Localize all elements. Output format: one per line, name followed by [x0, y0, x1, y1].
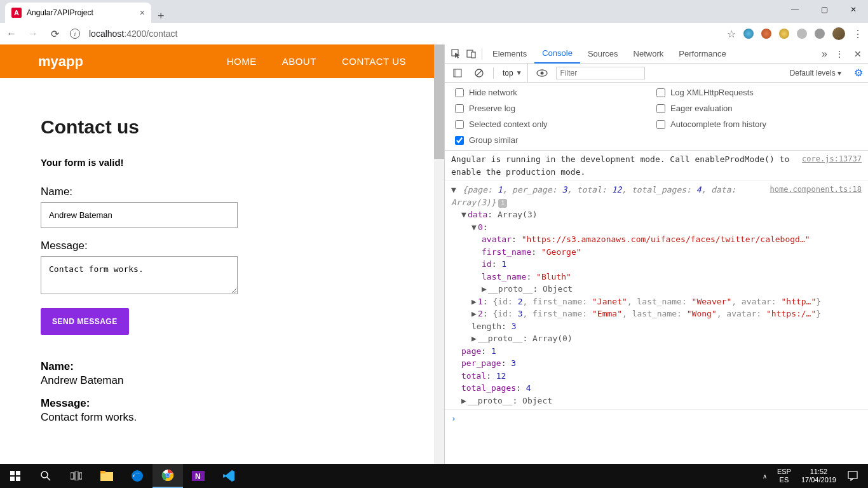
reload-button[interactable]: ⟳: [48, 27, 61, 40]
site-info-icon[interactable]: i: [70, 29, 80, 39]
extension-icon[interactable]: [815, 29, 825, 39]
task-view-icon[interactable]: [61, 464, 92, 488]
extension-icon[interactable]: [761, 29, 771, 39]
window-controls: — ▢ ✕: [780, 0, 868, 19]
window-minimize[interactable]: —: [780, 0, 810, 19]
filter-input[interactable]: [556, 67, 645, 79]
device-icon[interactable]: [464, 46, 479, 62]
url-path: :4200/contact: [124, 29, 177, 39]
expand-arrow-icon[interactable]: ▼: [461, 208, 468, 221]
console-message: core.js:13737 Angular is running in the …: [445, 151, 868, 181]
new-tab-button[interactable]: +: [151, 10, 171, 23]
form-valid-msg: Your form is valid!: [41, 157, 403, 168]
browser-chrome: A Angular7APIProject × + ← → ⟳ i localho…: [0, 0, 868, 44]
svg-rect-19: [100, 471, 105, 473]
window-close[interactable]: ✕: [839, 0, 868, 19]
tab-sources[interactable]: Sources: [580, 44, 626, 64]
edge-icon[interactable]: [122, 464, 153, 488]
check-log-xhr[interactable]: Log XMLHttpRequests: [656, 88, 858, 97]
forward-button[interactable]: →: [27, 27, 39, 40]
extension-icon[interactable]: [743, 29, 754, 39]
message-textarea[interactable]: Contact form works.: [41, 256, 238, 294]
svg-text:N: N: [195, 472, 201, 481]
browser-tab[interactable]: A Angular7APIProject ×: [5, 3, 151, 23]
expand-arrow-icon[interactable]: ▼: [471, 221, 478, 234]
context-selector[interactable]: top ▼: [503, 64, 528, 82]
send-button[interactable]: SEND MESSAGE: [41, 308, 129, 335]
file-explorer-icon[interactable]: [92, 464, 122, 488]
nav-about[interactable]: ABOUT: [282, 56, 316, 67]
chevron-down-icon: ▼: [516, 69, 522, 76]
inspect-icon[interactable]: [449, 46, 464, 62]
tray-expand-icon[interactable]: ∧: [757, 473, 772, 480]
divider: [493, 67, 494, 79]
page-scrollbar[interactable]: [434, 44, 444, 464]
tab-elements[interactable]: Elements: [485, 44, 534, 64]
settings-gear-icon[interactable]: ⚙: [854, 67, 863, 79]
svg-point-8: [540, 71, 543, 74]
window-maximize[interactable]: ▢: [810, 0, 839, 19]
form-group-message: Message: Contact form works.: [41, 240, 403, 297]
check-eager-eval[interactable]: Eager evaluation: [656, 104, 858, 113]
search-icon[interactable]: [31, 464, 61, 488]
content-area: myapp HOME ABOUT CONTACT US Contact us Y…: [0, 44, 868, 464]
expand-arrow-icon[interactable]: ▼: [451, 184, 458, 196]
more-tabs-icon[interactable]: »: [822, 48, 827, 60]
expand-arrow-icon[interactable]: ▶: [482, 283, 488, 295]
chrome-menu-icon[interactable]: ⋮: [853, 28, 863, 40]
check-hide-network[interactable]: Hide network: [455, 88, 656, 97]
console-prompt[interactable]: ›: [445, 410, 868, 428]
check-selected-ctx[interactable]: Selected context only: [455, 119, 656, 129]
nav-contact[interactable]: CONTACT US: [342, 56, 406, 67]
svg-rect-11: [10, 477, 15, 481]
start-button[interactable]: [0, 464, 31, 488]
expand-arrow-icon[interactable]: ▶: [471, 308, 478, 320]
live-expression-icon[interactable]: [534, 65, 550, 81]
nav-home[interactable]: HOME: [227, 56, 257, 67]
message-text: Angular is running in the development mo…: [451, 154, 789, 177]
console-output[interactable]: core.js:13737 Angular is running in the …: [445, 151, 868, 464]
name-label: Name:: [41, 186, 403, 198]
scrollbar-thumb[interactable]: [434, 44, 444, 159]
devtools-menu-icon[interactable]: ⋮: [831, 49, 848, 59]
url-field[interactable]: localhost:4200/contact: [89, 29, 177, 39]
expand-arrow-icon[interactable]: ▶: [471, 332, 478, 345]
profile-avatar[interactable]: [832, 27, 845, 40]
onenote-icon[interactable]: N: [183, 464, 214, 488]
log-levels-selector[interactable]: Default levels ▾: [790, 69, 841, 78]
console-message: home.component.ts:18 ▼ {page: 1, per_pag…: [445, 181, 868, 410]
app-logo[interactable]: myapp: [38, 53, 83, 70]
page-heading: Contact us: [41, 116, 403, 138]
check-preserve-log[interactable]: Preserve log: [455, 104, 656, 113]
svg-line-6: [477, 71, 482, 76]
console-sidebar-icon[interactable]: [450, 65, 465, 81]
bookmark-icon[interactable]: ☆: [727, 28, 736, 40]
svg-rect-9: [10, 471, 15, 475]
notifications-icon[interactable]: [841, 464, 864, 488]
result-msg-value: Contact form works.: [41, 411, 403, 424]
back-button[interactable]: ←: [5, 27, 18, 40]
svg-rect-12: [16, 477, 20, 481]
tab-performance[interactable]: Performance: [671, 44, 733, 64]
check-group-similar[interactable]: Group similar: [455, 135, 656, 145]
source-link[interactable]: core.js:13737: [802, 153, 862, 165]
tab-network[interactable]: Network: [626, 44, 672, 64]
name-input[interactable]: [41, 202, 238, 228]
clock[interactable]: 11:52 17/04/2019: [796, 468, 841, 484]
source-link[interactable]: home.component.ts:18: [770, 184, 862, 195]
extension-icon[interactable]: [779, 29, 789, 39]
language-indicator[interactable]: ESP ES: [772, 468, 796, 484]
info-badge-icon[interactable]: i: [498, 199, 507, 208]
angular-icon: A: [11, 8, 22, 18]
expand-arrow-icon[interactable]: ▶: [461, 395, 468, 407]
context-value: top: [503, 69, 513, 78]
expand-arrow-icon[interactable]: ▶: [471, 295, 478, 308]
check-autocomplete[interactable]: Autocomplete from history: [656, 119, 858, 129]
chrome-icon[interactable]: [153, 464, 183, 488]
tab-close-icon[interactable]: ×: [140, 8, 145, 18]
devtools-close-icon[interactable]: ✕: [851, 49, 864, 59]
clear-console-icon[interactable]: [471, 65, 487, 81]
vscode-icon[interactable]: [214, 464, 244, 488]
extension-icon[interactable]: [797, 29, 807, 39]
tab-console[interactable]: Console: [534, 44, 580, 64]
